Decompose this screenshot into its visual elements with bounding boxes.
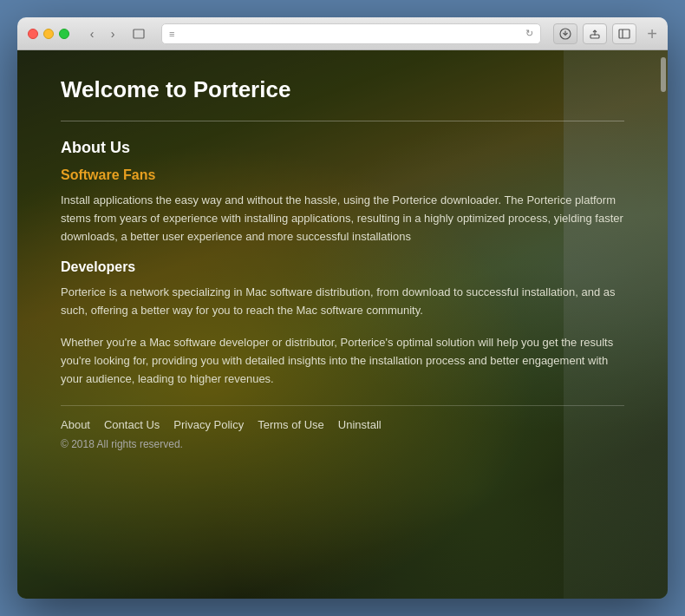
tab-overview-button[interactable] <box>128 25 149 43</box>
address-bar[interactable]: ≡ ↻ <box>161 23 541 44</box>
browser-content: Welcome to Porterice About Us Software F… <box>17 50 668 599</box>
maximize-button[interactable] <box>59 29 69 39</box>
footer-link-terms-of-use[interactable]: Terms of Use <box>258 418 324 431</box>
menu-icon: ≡ <box>169 29 174 39</box>
developers-text-2: Whether you're a Mac software developer … <box>61 334 624 388</box>
page-title: Welcome to Porterice <box>61 76 624 103</box>
share-button[interactable] <box>583 23 607 44</box>
copyright: © 2018 All rights reserved. <box>61 438 624 450</box>
scroll-indicator[interactable] <box>661 57 666 92</box>
new-tab-button[interactable]: + <box>647 25 657 43</box>
nav-buttons: ‹ › <box>83 25 121 43</box>
forward-button[interactable]: › <box>104 25 121 43</box>
footer-link-about[interactable]: About <box>61 418 90 431</box>
developers-text-1: Porterice is a network specializing in M… <box>61 284 624 320</box>
svg-rect-5 <box>619 29 630 38</box>
back-button[interactable]: ‹ <box>83 25 101 43</box>
page-content: Welcome to Porterice About Us Software F… <box>17 50 668 599</box>
svg-rect-0 <box>134 29 144 38</box>
toolbar-right <box>553 23 636 44</box>
footer-link-contact-us[interactable]: Contact Us <box>104 418 160 431</box>
footer-link-uninstall[interactable]: Uninstall <box>338 418 382 431</box>
refresh-icon[interactable]: ↻ <box>525 28 533 39</box>
software-fans-heading: Software Fans <box>61 167 624 183</box>
traffic-lights <box>28 29 69 39</box>
svg-rect-4 <box>590 35 599 38</box>
developers-heading: Developers <box>61 259 624 275</box>
software-fans-text: Install applications the easy way and wi… <box>61 192 624 246</box>
mac-window: ‹ › ≡ ↻ <box>17 17 668 599</box>
divider-1 <box>61 121 624 121</box>
sidebar-button[interactable] <box>612 23 636 44</box>
footer-link-privacy-policy[interactable]: Privacy Policy <box>173 418 244 431</box>
title-bar: ‹ › ≡ ↻ <box>17 17 668 50</box>
footer-links: AboutContact UsPrivacy PolicyTerms of Us… <box>61 405 624 431</box>
minimize-button[interactable] <box>43 29 54 39</box>
close-button[interactable] <box>28 29 38 39</box>
about-us-heading: About Us <box>61 139 624 157</box>
download-icon[interactable] <box>553 23 577 44</box>
